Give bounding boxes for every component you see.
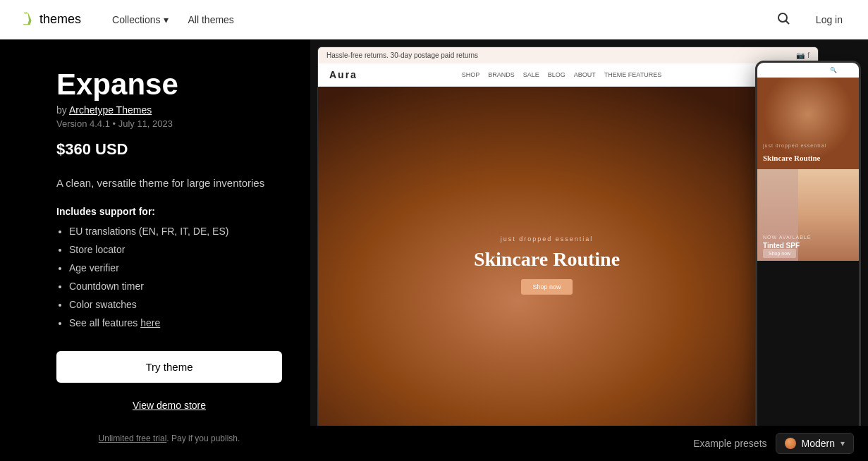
nav-collections[interactable]: Collections ▾ xyxy=(104,8,176,31)
login-button[interactable]: Log in xyxy=(807,8,851,31)
mobile-hero1-label: just dropped essential xyxy=(763,143,853,148)
mobile-nav-icons: 🔍 🛍 ☰ xyxy=(830,67,853,73)
nav-blog: BLOG xyxy=(548,71,566,78)
nav-all-themes[interactable]: All themes xyxy=(180,8,243,31)
list-item: Store locator xyxy=(69,242,282,257)
mobile-hero1-title: Skincare Routine xyxy=(763,154,853,162)
search-icon xyxy=(776,11,790,25)
mobile-cart-icon: 🛍 xyxy=(840,67,845,73)
hero-content: just dropped essential Skincare Routine … xyxy=(474,235,620,295)
preview-nav: Aura SHOP BRANDS SALE BLOG ABOUT THEME F… xyxy=(318,63,818,87)
preview-topbar: Hassle-free returns. 30-day postage paid… xyxy=(318,47,818,63)
main-content: Expanse by Archetype Themes Version 4.4.… xyxy=(0,39,868,461)
trial-link[interactable]: Unlimited free trial xyxy=(99,434,167,443)
theme-price: $360 USD xyxy=(56,140,282,159)
nav-shop: SHOP xyxy=(462,71,480,78)
nav-about: ABOUT xyxy=(574,71,596,78)
mobile-face-image xyxy=(798,169,859,261)
preview-hero: just dropped essential Skincare Routine … xyxy=(318,87,818,443)
list-item: See all features here xyxy=(69,316,282,331)
nav-brands: BRANDS xyxy=(488,71,515,78)
preset-name: Modern xyxy=(802,438,835,449)
try-theme-button[interactable]: Try theme xyxy=(56,351,282,383)
theme-title: Expanse xyxy=(56,68,282,102)
svg-point-0 xyxy=(778,13,787,22)
hero-cta-button[interactable]: Shop now xyxy=(521,279,572,295)
trial-info: Unlimited free trial. Pay if you publish… xyxy=(56,434,282,443)
mobile-nav: Aura 🔍 🛍 ☰ xyxy=(757,63,859,78)
theme-description: A clean, versatile theme for large inven… xyxy=(56,176,282,192)
list-item: Age verifier xyxy=(69,261,282,276)
instagram-icon: 📷 xyxy=(796,51,805,59)
facebook-icon: f xyxy=(807,51,809,59)
presets-label: Example presets xyxy=(693,438,766,449)
features-list: EU translations (EN, FR, IT, DE, ES) Sto… xyxy=(56,224,282,334)
shopify-icon xyxy=(17,11,34,28)
mobile-product-label: NOW AVAILABLE xyxy=(763,235,811,240)
preset-selector[interactable]: Modern ▾ xyxy=(776,433,854,454)
includes-title: Includes support for: xyxy=(56,206,282,217)
mobile-hero-1: just dropped essential Skincare Routine xyxy=(757,78,859,169)
mobile-logo: Aura xyxy=(763,67,778,73)
hero-subtitle: just dropped essential xyxy=(474,235,620,242)
mobile-menu-icon: ☰ xyxy=(848,67,853,73)
main-nav: Collections ▾ All themes xyxy=(104,8,771,31)
search-button[interactable] xyxy=(771,6,796,33)
see-all-features-link[interactable]: here xyxy=(140,317,160,328)
chevron-down-icon: ▾ xyxy=(841,438,845,448)
list-item: Countdown timer xyxy=(69,279,282,294)
nav-theme-features: THEME FEATURES xyxy=(604,71,661,78)
header-actions: Log in xyxy=(771,6,851,33)
view-demo-button[interactable]: View demo store xyxy=(56,391,282,419)
author-link[interactable]: Archetype Themes xyxy=(69,104,152,116)
topbar-social-icons: 📷 f xyxy=(796,51,809,59)
mobile-search-icon: 🔍 xyxy=(830,67,837,73)
theme-author: by Archetype Themes xyxy=(56,104,282,116)
preview-nav-items: SHOP BRANDS SALE BLOG ABOUT THEME FEATUR… xyxy=(462,71,661,78)
logo-text: themes xyxy=(39,12,81,27)
list-item: EU translations (EN, FR, IT, DE, ES) xyxy=(69,224,282,239)
nav-sale: SALE xyxy=(523,71,539,78)
mobile-shop-button[interactable]: Shop now xyxy=(763,249,796,258)
site-header: themes Collections ▾ All themes Log in xyxy=(0,0,868,39)
mobile-preview: Aura 🔍 🛍 ☰ just dropped essential Skinca… xyxy=(755,61,861,440)
list-item: Color swatches xyxy=(69,297,282,312)
preset-color-dot xyxy=(785,438,796,449)
hero-title: Skincare Routine xyxy=(474,248,620,271)
chevron-down-icon: ▾ xyxy=(164,14,169,25)
mobile-hero-2: NOW AVAILABLE Tinted SPF Shop now xyxy=(757,169,859,261)
svg-line-1 xyxy=(786,21,789,25)
theme-preview-panel: Hassle-free returns. 30-day postage paid… xyxy=(310,39,868,461)
topbar-text: Hassle-free returns. 30-day postage paid… xyxy=(326,51,478,59)
preview-container: Hassle-free returns. 30-day postage paid… xyxy=(310,39,868,461)
theme-version: Version 4.4.1 • July 11, 2023 xyxy=(56,118,282,129)
desktop-preview: Hassle-free returns. 30-day postage paid… xyxy=(317,47,819,454)
theme-info-panel: Expanse by Archetype Themes Version 4.4.… xyxy=(0,39,310,461)
site-logo[interactable]: themes xyxy=(17,11,81,28)
bottom-presets-bar: Example presets Modern ▾ xyxy=(310,426,868,461)
preview-logo: Aura xyxy=(329,69,357,80)
